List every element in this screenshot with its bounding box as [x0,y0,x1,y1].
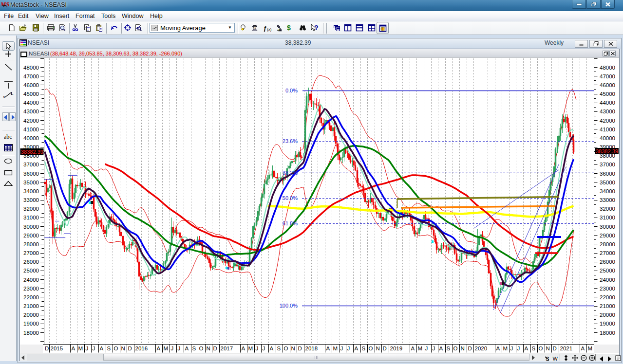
svg-text:A: A [72,346,76,351]
svg-text:44000: 44000 [23,100,39,106]
svg-text:?: ? [314,24,319,32]
svg-text:41000: 41000 [600,127,615,132]
svg-text:24000: 24000 [23,277,39,283]
svg-text:28000: 28000 [600,241,615,247]
svg-text:A: A [242,346,245,351]
svg-text:A: A [439,346,443,351]
svg-text:34000: 34000 [23,188,39,194]
svg-text:N: N [121,346,125,351]
svg-text:J: J [178,346,181,351]
svg-text:D: D [553,346,557,351]
svg-text:A: A [157,346,161,351]
svg-text:22000: 22000 [23,294,39,300]
svg-text:2019: 2019 [390,346,403,351]
svg-text:J: J [263,346,265,351]
svg-text:48000: 48000 [23,65,39,71]
svg-text:35000: 35000 [23,180,39,185]
svg-text:26000: 26000 [23,259,39,265]
svg-text:31000: 31000 [23,215,39,220]
svg-text:A: A [270,346,274,351]
svg-text:A: A [326,346,330,351]
svg-text:44000: 44000 [600,100,615,106]
svg-text:N: N [546,346,550,351]
svg-text:26000: 26000 [600,259,615,265]
svg-text:M: M [78,346,83,351]
svg-text:D: D [45,346,49,351]
svg-text:41000: 41000 [23,127,39,132]
svg-text:O: O [539,346,543,351]
svg-text:(x): (x) [267,27,272,32]
svg-text:M: M [248,346,253,351]
svg-text:M: M [588,346,593,351]
svg-text:23000: 23000 [23,286,39,291]
svg-text:0.0%: 0.0% [285,88,298,93]
svg-text:29000: 29000 [600,233,615,238]
svg-text:32000: 32000 [23,206,39,212]
svg-text:S: S [546,356,549,362]
svg-text:D: D [213,346,217,351]
svg-text:S: S [192,346,196,351]
svg-text:O: O [114,346,118,351]
svg-text:2018: 2018 [305,346,318,351]
svg-text:35000: 35000 [600,180,615,185]
svg-text:47000: 47000 [23,73,39,79]
svg-text:42000: 42000 [600,118,615,124]
svg-text:47000: 47000 [600,73,615,79]
svg-text:M: M [418,346,423,351]
svg-text:$: $ [287,24,291,32]
svg-text:22000: 22000 [600,294,615,300]
svg-text:M: M [164,346,169,351]
svg-text:N: N [376,346,380,351]
svg-text:D: D [298,346,302,351]
svg-text:2015: 2015 [51,346,63,351]
svg-text:45000: 45000 [600,91,615,97]
svg-text:A: A [185,346,189,351]
svg-text:18000: 18000 [600,330,615,336]
svg-text:33000: 33000 [600,197,615,203]
svg-text:42000: 42000 [23,118,39,124]
svg-text:33000: 33000 [23,197,39,203]
svg-text:J: J [256,346,259,351]
svg-text:34000: 34000 [600,188,615,194]
svg-text:18000: 18000 [23,330,39,336]
svg-text:38.2%: 38.2% [283,170,298,176]
svg-text:36000: 36000 [23,171,39,177]
svg-text:A: A [525,346,529,351]
svg-text:J: J [93,346,95,351]
svg-text:30000: 30000 [23,224,39,230]
svg-text:24000: 24000 [600,277,615,283]
svg-text:D: D [383,346,387,351]
svg-text:O: O [284,346,288,351]
svg-text:J: J [425,346,428,351]
svg-text:100.0%: 100.0% [280,303,298,309]
svg-text:S: S [362,346,366,351]
svg-text:2016: 2016 [135,346,148,351]
svg-text:23.6%: 23.6% [283,138,298,144]
svg-text:s: s [3,94,5,98]
svg-text:L: L [11,91,13,96]
svg-text:J: J [340,346,343,351]
svg-text:38382.39: 38382.39 [21,149,43,155]
svg-text:43000: 43000 [23,109,39,114]
svg-text:43000: 43000 [600,109,615,114]
svg-text:O: O [199,346,204,351]
svg-text:J: J [86,346,89,351]
svg-text:40000: 40000 [600,135,615,141]
svg-text:40000: 40000 [23,135,39,141]
svg-text:46000: 46000 [23,82,39,88]
svg-text:A: A [355,346,359,351]
svg-text:48000: 48000 [600,65,615,71]
svg-text:25000: 25000 [23,268,39,273]
svg-text:N: N [291,346,295,351]
svg-text:2021: 2021 [560,346,573,351]
svg-text:J: J [171,346,174,351]
svg-text:S: S [447,346,451,351]
svg-text:A: A [100,346,104,351]
svg-text:37000: 37000 [600,162,615,167]
svg-text:19000: 19000 [600,321,615,327]
svg-text:M: M [333,346,338,351]
svg-text:23000: 23000 [600,286,615,291]
svg-text:20000: 20000 [23,312,39,318]
svg-text:28000: 28000 [23,241,39,247]
svg-text:45000: 45000 [23,91,39,97]
